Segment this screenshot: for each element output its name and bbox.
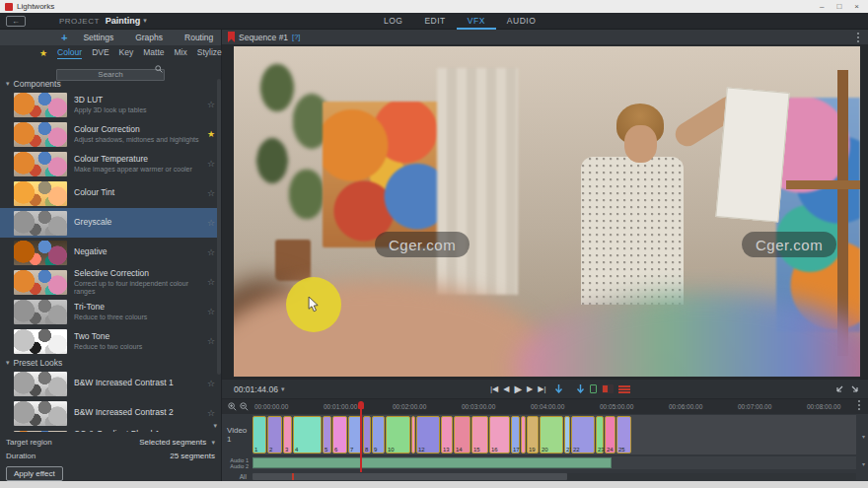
video-segment-4[interactable]: 4 <box>293 416 322 453</box>
favorites-filter-icon[interactable]: ★ <box>39 48 47 58</box>
sequence-info-icon[interactable]: [?] <box>292 33 300 41</box>
scroll-down-icon[interactable]: ▾ <box>213 422 217 430</box>
favorite-star-icon[interactable]: ☆ <box>207 100 215 109</box>
tab-vfx[interactable]: VFX <box>457 13 496 30</box>
step-back-button[interactable]: ◀ <box>503 384 509 394</box>
video-segment-18[interactable] <box>521 416 526 453</box>
chevron-down-icon[interactable]: ▾ <box>281 385 285 393</box>
timeline-overview-scrollbar[interactable] <box>253 473 856 480</box>
category-tab-mix[interactable]: Mix <box>175 47 187 59</box>
bookmark-flag-icon[interactable] <box>228 32 235 42</box>
video-segment-14[interactable]: 14 <box>454 416 470 453</box>
timecode-display[interactable]: 00:01:44.06 <box>234 384 278 394</box>
sequence-menu-icon[interactable] <box>857 36 859 38</box>
track-scroll-down-icon[interactable]: ▾ <box>862 460 865 467</box>
effect-list-item[interactable]: Colour Correction Adjust shadows, midton… <box>0 119 221 149</box>
video-segment-10[interactable]: 10 <box>386 416 410 453</box>
playhead-handle[interactable] <box>358 401 364 409</box>
video-segment-13[interactable]: 13 <box>441 416 453 453</box>
undo-icon[interactable] <box>834 384 844 394</box>
video-segment-21[interactable]: 21 <box>564 416 570 453</box>
effect-list-item[interactable]: 3D LUT Apply 3D look up tables ☆ <box>0 90 221 119</box>
goto-start-button[interactable]: |◀ <box>490 384 498 394</box>
tab-edit[interactable]: EDIT <box>413 13 456 30</box>
effect-list-item[interactable]: Negative ☆ <box>0 238 221 267</box>
video-segment-1[interactable]: 1 <box>253 416 266 453</box>
video-track-lane[interactable]: 1234567891012131415161719202122232425 <box>253 415 856 454</box>
play-button[interactable]: ▶ <box>514 384 522 394</box>
goto-end-button[interactable]: ▶| <box>538 384 545 394</box>
zoom-in-icon[interactable] <box>228 402 237 411</box>
panel-tab-settings[interactable]: Settings <box>83 33 113 42</box>
category-tab-dve[interactable]: DVE <box>92 47 108 59</box>
video-segment-23[interactable]: 23 <box>596 416 604 453</box>
video-preview[interactable]: Cger.com Cger.com <box>234 46 860 377</box>
redo-icon[interactable] <box>850 384 860 394</box>
delete-mode-icon[interactable] <box>618 385 630 393</box>
favorite-star-icon[interactable]: ★ <box>207 129 215 139</box>
video-segment-2[interactable]: 2 <box>267 416 282 453</box>
panel-tab-routing[interactable]: Routing <box>184 33 213 42</box>
video-segment-12[interactable]: 12 <box>416 416 440 453</box>
video-segment-17[interactable]: 17 <box>511 416 520 453</box>
video-segment-11[interactable] <box>411 416 415 453</box>
timeline-ruler[interactable]: 00:00:00.0000:01:00.0000:02:00.0000:03:0… <box>222 399 868 414</box>
effect-list-item[interactable]: Selective Correction Correct up to four … <box>0 267 221 297</box>
back-to-projects-button[interactable]: ← <box>6 16 26 27</box>
track-scroll-down-icon[interactable]: ▾ <box>862 433 865 440</box>
project-name-dropdown[interactable]: Painting <box>106 16 141 26</box>
effect-list-item[interactable]: B&W Increased Contrast 2 ☆ <box>0 398 221 428</box>
effect-list-item[interactable]: Tri-Tone Reduce to three colours ☆ <box>0 297 221 326</box>
panel-tab-graphs[interactable]: Graphs <box>135 33 163 42</box>
tab-log[interactable]: LOG <box>373 13 413 30</box>
favorite-star-icon[interactable]: ☆ <box>207 159 215 169</box>
favorite-star-icon[interactable]: ☆ <box>207 218 215 228</box>
video-segment-3[interactable]: 3 <box>283 416 292 453</box>
replace-mode-icon[interactable] <box>602 384 614 393</box>
category-tab-colour[interactable]: Colour <box>57 47 82 59</box>
favorite-star-icon[interactable]: ☆ <box>207 336 215 346</box>
target-region-dropdown[interactable]: Selected segments ▾ <box>139 438 215 447</box>
favorite-star-icon[interactable]: ☆ <box>207 408 215 418</box>
favorite-star-icon[interactable]: ☆ <box>207 247 215 257</box>
video-segment-22[interactable]: 22 <box>571 416 595 453</box>
goto-next-cue-icon[interactable] <box>576 383 585 394</box>
audio-track-lane[interactable] <box>253 456 856 469</box>
effect-list-item[interactable]: Colour Temperature Make images appear wa… <box>0 149 221 178</box>
insert-mode-icon[interactable] <box>590 384 597 393</box>
video-segment-5[interactable]: 5 <box>323 416 331 453</box>
favorite-star-icon[interactable]: ☆ <box>207 307 215 316</box>
maximize-button[interactable]: □ <box>836 0 841 13</box>
effect-list-item[interactable]: Greyscale ☆ <box>0 208 221 238</box>
video-segment-9[interactable]: 9 <box>372 416 385 453</box>
audio-clip[interactable] <box>253 457 612 468</box>
visible-range-thumb[interactable] <box>253 473 567 480</box>
goto-previous-cue-icon[interactable] <box>554 383 563 394</box>
effect-list-item[interactable]: B&W Increased Contrast 1 ☆ <box>0 369 221 398</box>
video-segment-16[interactable]: 16 <box>489 416 510 453</box>
effect-list-item[interactable]: Two Tone Reduce to two colours ☆ <box>0 326 221 356</box>
timeline-menu-icon[interactable] <box>858 404 860 406</box>
video-segment-24[interactable]: 24 <box>605 416 615 453</box>
apply-effect-button[interactable]: Apply effect <box>6 466 63 481</box>
favorite-star-icon[interactable]: ☆ <box>207 188 215 198</box>
minimize-button[interactable]: – <box>820 0 824 13</box>
video-segment-15[interactable]: 15 <box>471 416 488 453</box>
category-tab-key[interactable]: Key <box>119 47 134 59</box>
video-segment-8[interactable]: 8 <box>363 416 371 453</box>
category-tab-matte[interactable]: Matte <box>143 47 164 59</box>
tab-audio[interactable]: AUDIO <box>496 13 546 30</box>
section-header[interactable]: ▾ Preset Looks <box>0 356 221 369</box>
favorite-star-icon[interactable]: ☆ <box>207 379 215 388</box>
video-segment-19[interactable]: 19 <box>527 416 539 453</box>
category-tab-stylize[interactable]: Stylize <box>197 47 222 59</box>
close-button[interactable]: × <box>854 0 859 13</box>
section-header[interactable]: ▾ Components <box>0 77 221 90</box>
video-segment-20[interactable]: 20 <box>540 416 563 453</box>
effect-list-item[interactable]: Colour Tint ☆ <box>0 178 221 208</box>
video-segment-25[interactable]: 25 <box>616 416 631 453</box>
add-effect-button[interactable]: + <box>61 32 67 43</box>
step-forward-button[interactable]: ▶ <box>527 384 533 394</box>
sidebar-scrollbar[interactable] <box>217 79 221 375</box>
playhead[interactable] <box>360 401 362 472</box>
